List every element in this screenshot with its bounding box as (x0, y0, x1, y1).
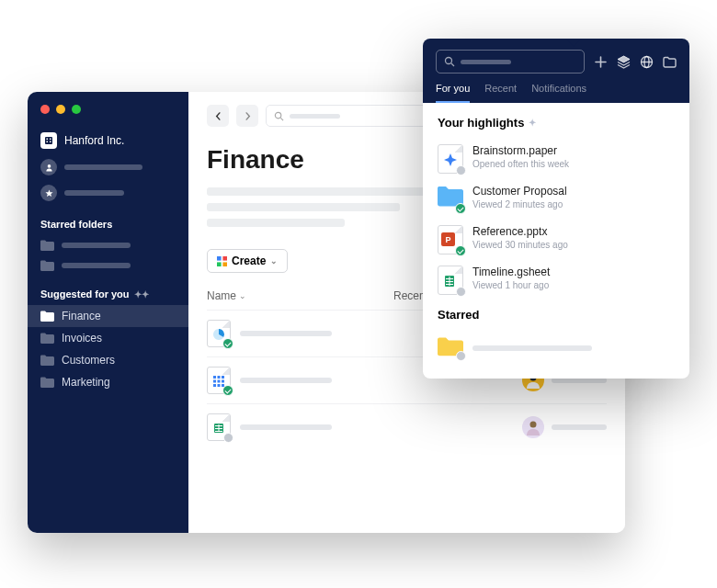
folder-icon (40, 333, 54, 344)
sidebar: Hanford Inc. Starred folders Suggested f… (28, 92, 188, 533)
folder-icon (40, 377, 54, 388)
svg-rect-15 (222, 376, 224, 379)
svg-rect-18 (222, 380, 224, 383)
folder-icon (40, 240, 54, 251)
popover-tabs: For you Recent Notifications (436, 83, 677, 103)
item-name: Reference.pptx (472, 225, 568, 238)
tab-notifications[interactable]: Notifications (531, 83, 586, 103)
synced-badge-icon (455, 203, 466, 214)
create-icon (217, 256, 227, 266)
nav-forward-button[interactable] (236, 105, 258, 127)
starred-folder-item[interactable] (28, 255, 188, 276)
placeholder-line (62, 263, 131, 268)
svg-rect-13 (213, 376, 216, 379)
highlight-item[interactable]: Customer Proposal Viewed 2 minutes ago (438, 179, 675, 220)
folder-label: Marketing (62, 376, 110, 389)
starred-item[interactable] (438, 331, 675, 366)
sparkle-icon: ✦ (529, 118, 536, 128)
svg-line-7 (280, 118, 283, 120)
starred-folder-item[interactable] (28, 235, 188, 255)
sidebar-folder-marketing[interactable]: Marketing (28, 371, 188, 393)
sparkle-icon: ✦✦ (134, 289, 149, 300)
item-meta: Viewed 2 minutes ago (472, 199, 567, 209)
powerpoint-file-icon: P (438, 225, 463, 254)
globe-icon[interactable] (640, 55, 654, 69)
synced-badge-icon (222, 385, 233, 396)
svg-rect-38 (450, 277, 450, 286)
svg-rect-14 (218, 376, 221, 379)
sidebar-folder-finance[interactable]: Finance (28, 305, 188, 327)
gsheet-file-icon (438, 266, 463, 295)
svg-rect-17 (218, 380, 221, 383)
svg-rect-2 (50, 139, 51, 141)
item-meta: Viewed 1 hour ago (472, 280, 550, 290)
paper-file-icon (438, 144, 463, 174)
highlight-item[interactable]: Timeline.gsheet Viewed 1 hour ago (438, 260, 675, 300)
item-name: Customer Proposal (472, 185, 567, 198)
placeholder-line (461, 60, 511, 64)
svg-rect-3 (47, 141, 49, 143)
folder-blue-icon (438, 185, 463, 214)
svg-rect-8 (217, 256, 222, 261)
item-meta: Viewed 30 minutes ago (472, 240, 568, 250)
placeholder-line (552, 424, 607, 430)
file-row[interactable] (207, 403, 607, 450)
column-name-label: Name (207, 289, 236, 302)
placeholder-line (472, 345, 592, 351)
folder-label: Invoices (62, 332, 102, 345)
status-badge-icon (223, 433, 233, 443)
search-icon (274, 111, 284, 121)
popover-action-icons (594, 55, 677, 69)
tab-recent[interactable]: Recent (484, 83, 517, 103)
svg-point-6 (275, 112, 280, 118)
minimize-window[interactable] (56, 105, 65, 114)
column-name[interactable]: Name⌄ (207, 289, 246, 302)
chevron-down-icon: ⌄ (239, 291, 246, 300)
highlight-item[interactable]: P Reference.pptx Viewed 30 minutes ago (438, 220, 675, 260)
avatar (522, 416, 544, 438)
create-button[interactable]: Create ⌄ (207, 249, 288, 273)
popover-body: Your highlights ✦ Brainstorm.paper Opene… (423, 103, 689, 379)
highlight-item[interactable]: Brainstorm.paper Opened often this week (438, 139, 675, 179)
org-selector[interactable]: Hanford Inc. (28, 127, 188, 154)
item-meta: Opened often this week (472, 159, 569, 169)
svg-point-5 (47, 164, 51, 168)
folder-yellow-icon (438, 336, 463, 360)
sidebar-user-item[interactable] (28, 154, 188, 180)
building-icon (40, 132, 57, 149)
plus-icon[interactable] (594, 55, 608, 69)
svg-rect-16 (213, 380, 216, 383)
svg-rect-4 (50, 141, 51, 143)
user-icon (40, 159, 57, 175)
nav-back-button[interactable] (207, 105, 229, 127)
svg-line-30 (451, 63, 454, 66)
file-sheet-icon (207, 413, 231, 441)
layers-icon[interactable] (617, 55, 631, 69)
svg-rect-19 (213, 384, 216, 387)
popover-search-input[interactable] (436, 50, 585, 74)
maximize-window[interactable] (72, 105, 81, 114)
status-badge-icon (456, 287, 466, 297)
folder-icon (40, 311, 54, 322)
search-icon (444, 56, 455, 67)
svg-rect-0 (45, 137, 52, 144)
svg-point-28 (530, 422, 537, 428)
folder-outline-icon[interactable] (663, 55, 677, 69)
sidebar-folder-invoices[interactable]: Invoices (28, 327, 188, 349)
placeholder-line (240, 424, 332, 430)
star-icon (40, 185, 57, 201)
popover-header: For you Recent Notifications (423, 39, 689, 103)
status-badge-icon (456, 165, 466, 175)
close-window[interactable] (40, 105, 50, 114)
placeholder-line (240, 331, 332, 336)
highlights-title-text: Your highlights (438, 116, 524, 130)
sidebar-starred-item[interactable] (28, 180, 188, 206)
highlights-title: Your highlights ✦ (438, 116, 675, 130)
sidebar-folder-customers[interactable]: Customers (28, 349, 188, 371)
svg-rect-27 (219, 424, 220, 432)
placeholder-line (64, 164, 142, 170)
svg-rect-1 (47, 139, 49, 141)
tab-for-you[interactable]: For you (436, 83, 470, 103)
starred-section-title: Starred (438, 308, 675, 322)
file-grid-icon (207, 367, 231, 394)
